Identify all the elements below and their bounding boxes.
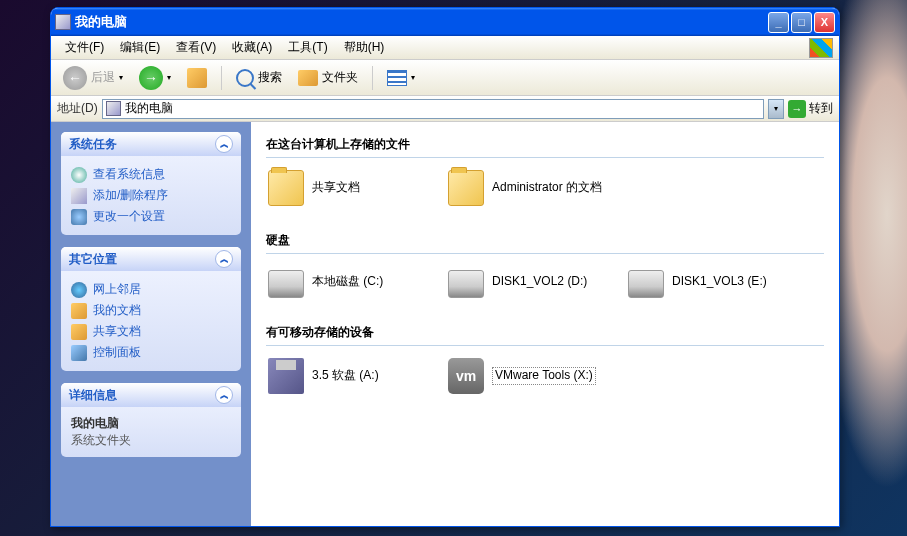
chevron-down-icon: ▾ xyxy=(774,104,778,113)
other-places-panel: 其它位置 ︽ 网上邻居 我的文档 共享文档 控制面板 xyxy=(61,247,241,371)
folders-button[interactable]: 文件夹 xyxy=(292,65,364,90)
sidebar-link-my-docs[interactable]: 我的文档 xyxy=(71,300,231,321)
item-label: 本地磁盘 (C:) xyxy=(312,274,383,290)
chevron-down-icon: ▾ xyxy=(167,73,171,82)
info-icon xyxy=(71,167,87,183)
folder-icon xyxy=(298,70,318,86)
back-icon: ← xyxy=(63,66,87,90)
link-label: 添加/删除程序 xyxy=(93,187,168,204)
window-controls: _ □ X xyxy=(768,12,835,33)
panel-title: 系统任务 xyxy=(69,136,117,153)
collapse-icon[interactable]: ︽ xyxy=(215,386,233,404)
item-admin-docs[interactable]: Administrator 的文档 xyxy=(446,168,606,208)
back-button[interactable]: ← 后退 ▾ xyxy=(57,62,129,94)
go-button[interactable]: → 转到 xyxy=(788,100,833,118)
separator xyxy=(372,66,373,90)
sidebar: 系统任务 ︽ 查看系统信息 添加/删除程序 更改一个设置 其它位置 ︽ xyxy=(51,122,251,526)
item-drive-c[interactable]: 本地磁盘 (C:) xyxy=(266,264,426,300)
menu-edit[interactable]: 编辑(E) xyxy=(112,36,168,59)
link-label: 网上邻居 xyxy=(93,281,141,298)
files-row: 共享文档 Administrator 的文档 xyxy=(266,168,824,208)
detail-name: 我的电脑 xyxy=(71,415,231,432)
network-icon xyxy=(71,282,87,298)
folder-icon xyxy=(71,303,87,319)
up-button[interactable] xyxy=(181,64,213,92)
address-input[interactable]: 我的电脑 xyxy=(102,99,764,119)
menubar: 文件(F) 编辑(E) 查看(V) 收藏(A) 工具(T) 帮助(H) xyxy=(51,36,839,60)
panel-header[interactable]: 其它位置 ︽ xyxy=(61,247,241,271)
folders-label: 文件夹 xyxy=(322,69,358,86)
window-title: 我的电脑 xyxy=(75,13,768,31)
panel-header[interactable]: 系统任务 ︽ xyxy=(61,132,241,156)
menu-file[interactable]: 文件(F) xyxy=(57,36,112,59)
menu-favorites[interactable]: 收藏(A) xyxy=(224,36,280,59)
maximize-button[interactable]: □ xyxy=(791,12,812,33)
drives-row: 本地磁盘 (C:) DISK1_VOL2 (D:) DISK1_VOL3 (E:… xyxy=(266,264,824,300)
collapse-icon[interactable]: ︽ xyxy=(215,135,233,153)
item-label: 共享文档 xyxy=(312,180,360,196)
go-icon: → xyxy=(788,100,806,118)
item-label: Administrator 的文档 xyxy=(492,180,602,196)
programs-icon xyxy=(71,188,87,204)
menu-view[interactable]: 查看(V) xyxy=(168,36,224,59)
titlebar[interactable]: 我的电脑 _ □ X xyxy=(51,8,839,36)
floppy-icon xyxy=(268,358,304,394)
explorer-window: 我的电脑 _ □ X 文件(F) 编辑(E) 查看(V) 收藏(A) 工具(T)… xyxy=(50,7,840,527)
menu-help[interactable]: 帮助(H) xyxy=(336,36,393,59)
address-dropdown[interactable]: ▾ xyxy=(768,99,784,119)
chevron-down-icon: ▾ xyxy=(411,73,415,82)
folder-icon xyxy=(448,170,484,206)
sidebar-link-system-info[interactable]: 查看系统信息 xyxy=(71,164,231,185)
search-button[interactable]: 搜索 xyxy=(230,65,288,91)
separator xyxy=(221,66,222,90)
toolbar: ← 后退 ▾ → ▾ 搜索 文件夹 ▾ xyxy=(51,60,839,96)
my-computer-icon xyxy=(55,14,71,30)
link-label: 查看系统信息 xyxy=(93,166,165,183)
folder-icon xyxy=(71,324,87,340)
search-icon xyxy=(236,69,254,87)
removable-row: 3.5 软盘 (A:) vm VMware Tools (X:) xyxy=(266,356,824,396)
sidebar-link-control-panel[interactable]: 控制面板 xyxy=(71,342,231,363)
windows-logo-icon xyxy=(809,38,833,58)
item-drive-d[interactable]: DISK1_VOL2 (D:) xyxy=(446,264,606,300)
panel-title: 其它位置 xyxy=(69,251,117,268)
back-label: 后退 xyxy=(91,69,115,86)
item-label: DISK1_VOL2 (D:) xyxy=(492,274,587,290)
settings-icon xyxy=(71,209,87,225)
panel-body: 我的电脑 系统文件夹 xyxy=(61,407,241,457)
item-vmware-tools[interactable]: vm VMware Tools (X:) xyxy=(446,356,606,396)
panel-body: 查看系统信息 添加/删除程序 更改一个设置 xyxy=(61,156,241,235)
content-area: 系统任务 ︽ 查看系统信息 添加/删除程序 更改一个设置 其它位置 ︽ xyxy=(51,122,839,526)
forward-button[interactable]: → ▾ xyxy=(133,62,177,94)
vmware-icon: vm xyxy=(448,358,484,394)
hard-drive-icon xyxy=(628,270,664,298)
minimize-button[interactable]: _ xyxy=(768,12,789,33)
folder-up-icon xyxy=(187,68,207,88)
menu-tools[interactable]: 工具(T) xyxy=(280,36,335,59)
link-label: 控制面板 xyxy=(93,344,141,361)
panel-title: 详细信息 xyxy=(69,387,117,404)
desktop: 我的电脑 _ □ X 文件(F) 编辑(E) 查看(V) 收藏(A) 工具(T)… xyxy=(0,0,907,536)
item-drive-e[interactable]: DISK1_VOL3 (E:) xyxy=(626,264,786,300)
item-floppy-a[interactable]: 3.5 软盘 (A:) xyxy=(266,356,426,396)
item-label: VMware Tools (X:) xyxy=(492,367,596,385)
views-button[interactable]: ▾ xyxy=(381,66,421,90)
sidebar-link-add-remove[interactable]: 添加/删除程序 xyxy=(71,185,231,206)
sidebar-link-network[interactable]: 网上邻居 xyxy=(71,279,231,300)
item-label: DISK1_VOL3 (E:) xyxy=(672,274,767,290)
link-label: 更改一个设置 xyxy=(93,208,165,225)
close-button[interactable]: X xyxy=(814,12,835,33)
sidebar-link-shared-docs[interactable]: 共享文档 xyxy=(71,321,231,342)
collapse-icon[interactable]: ︽ xyxy=(215,250,233,268)
panel-header[interactable]: 详细信息 ︽ xyxy=(61,383,241,407)
address-value: 我的电脑 xyxy=(125,100,173,117)
go-label: 转到 xyxy=(809,100,833,117)
system-tasks-panel: 系统任务 ︽ 查看系统信息 添加/删除程序 更改一个设置 xyxy=(61,132,241,235)
main-view: 在这台计算机上存储的文件 共享文档 Administrator 的文档 硬盘 xyxy=(251,122,839,526)
my-computer-icon xyxy=(106,101,121,116)
chevron-down-icon: ▾ xyxy=(119,73,123,82)
item-shared-docs[interactable]: 共享文档 xyxy=(266,168,426,208)
forward-icon: → xyxy=(139,66,163,90)
section-header-removable: 有可移动存储的设备 xyxy=(266,320,824,346)
sidebar-link-change-setting[interactable]: 更改一个设置 xyxy=(71,206,231,227)
